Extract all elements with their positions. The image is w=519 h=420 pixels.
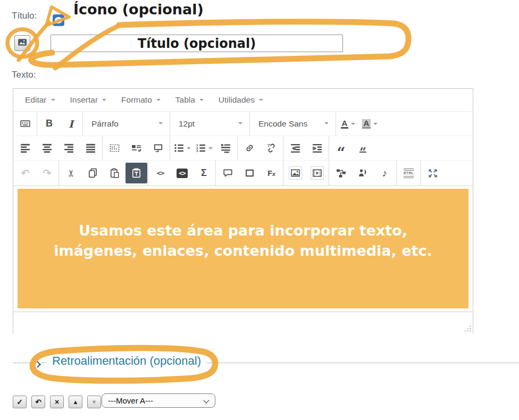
- audio-button[interactable]: ♪: [374, 163, 396, 183]
- icono-annotation: Ícono (opcional): [73, 1, 204, 18]
- bold-icon: B: [46, 118, 53, 129]
- toolbar-group: ↶↷: [13, 161, 59, 186]
- toolbar-group: Párrafo: [83, 112, 170, 136]
- math-button[interactable]: Σ: [193, 163, 215, 183]
- media-icon: [312, 168, 322, 178]
- redo-button[interactable]: ↷: [36, 163, 58, 183]
- paragraph-select[interactable]: Párrafo: [84, 112, 169, 136]
- feedback-section-link[interactable]: Retroalimentación (opcional): [47, 354, 206, 368]
- delete-button[interactable]: ×: [50, 396, 64, 408]
- comment-button[interactable]: [217, 163, 239, 183]
- visual-blocks-button[interactable]: [104, 138, 125, 158]
- blockquote-button[interactable]: “: [330, 138, 352, 158]
- toolbar-group: ““: [329, 136, 375, 160]
- collapse-toggle-icon[interactable]: [34, 358, 41, 370]
- fontfamily-select[interactable]: Encode Sans: [251, 112, 335, 136]
- inline-quote-button[interactable]: “: [352, 138, 374, 158]
- unlink-button[interactable]: [261, 138, 282, 158]
- indent-icon: [312, 143, 322, 153]
- align-right-button[interactable]: [58, 138, 80, 158]
- chevron-down-icon: [238, 122, 242, 124]
- toolbar-group: AA: [336, 112, 382, 136]
- align-left-button[interactable]: [14, 138, 36, 158]
- align-justify-button[interactable]: [80, 138, 102, 158]
- text-color-button[interactable]: A: [337, 113, 359, 134]
- align-center-button[interactable]: [36, 138, 58, 158]
- numlist-icon: 123: [196, 143, 206, 153]
- anchor-button[interactable]: [147, 138, 169, 158]
- bold-button[interactable]: B: [38, 113, 60, 134]
- formula-button[interactable]: Fx: [261, 163, 282, 183]
- code-button[interactable]: <>: [149, 163, 171, 183]
- indent-button[interactable]: [306, 138, 328, 158]
- outdent-button[interactable]: [284, 138, 306, 158]
- menu-editar[interactable]: Editar: [18, 89, 63, 111]
- chevron-down-icon: [373, 123, 378, 125]
- comment-icon: [223, 168, 233, 178]
- chevron-down-icon: [199, 99, 204, 101]
- toolbar-group: HTML: [397, 161, 421, 186]
- mover-select[interactable]: ---Mover A---: [102, 393, 215, 408]
- block-format-button[interactable]: [125, 138, 147, 158]
- link-button[interactable]: [239, 138, 261, 158]
- icon-picker-button[interactable]: [14, 35, 30, 51]
- media-button[interactable]: [306, 163, 328, 183]
- bullet-list-button[interactable]: [171, 138, 193, 158]
- toolbar-group: 123: [170, 136, 238, 160]
- move-up-button[interactable]: ▲: [69, 396, 82, 408]
- keyboard-icon: [20, 119, 30, 129]
- hanging-indent-button[interactable]: [215, 138, 237, 158]
- inlinequote-icon: “: [359, 148, 366, 149]
- chevron-down-icon: [259, 99, 263, 101]
- background-color-button[interactable]: A: [359, 113, 381, 134]
- forecolor-icon: A: [341, 119, 349, 129]
- select-value: 12pt: [171, 119, 195, 129]
- menu-label: Insertar: [70, 95, 98, 105]
- image-button[interactable]: [284, 163, 306, 183]
- toolbar-group: [283, 161, 329, 186]
- sigma-icon: Σ: [201, 167, 207, 179]
- note-icon: ♪: [382, 167, 388, 179]
- check-button[interactable]: ✓: [13, 396, 27, 408]
- paste-as-text-button[interactable]: [125, 163, 147, 183]
- chevron-down-icon: [208, 147, 213, 149]
- toolbar-row-2: 123““: [13, 136, 473, 161]
- numbered-list-button[interactable]: 123: [193, 138, 215, 158]
- toolbar-group: ♪: [329, 161, 397, 186]
- undo-icon: ↶: [21, 167, 30, 179]
- menu-tabla[interactable]: Tabla: [168, 89, 211, 111]
- toolbar-group: ✂: [59, 161, 148, 186]
- toggle-toolbars-button[interactable]: [14, 113, 36, 134]
- menu-utilidades[interactable]: Utilidades: [211, 89, 271, 111]
- toolbar-group: [238, 136, 283, 160]
- curved-arrow-button[interactable]: ↶: [31, 396, 45, 408]
- code-sample-button[interactable]: <>: [171, 163, 193, 183]
- help-icon[interactable]: ?: [53, 14, 64, 26]
- cut-button[interactable]: ✂: [60, 163, 82, 183]
- toolbar-group: [283, 136, 329, 160]
- copy-button[interactable]: [82, 163, 104, 183]
- fontsize-select[interactable]: 12pt: [171, 112, 249, 136]
- move-down-button[interactable]: ▼: [87, 396, 101, 408]
- aligncenter-icon: [42, 143, 52, 153]
- menu-formato[interactable]: Formato: [114, 89, 168, 111]
- diagram-button[interactable]: [330, 163, 352, 183]
- bullist-icon: [174, 143, 184, 153]
- mover-select-value: ---Mover A---: [108, 396, 153, 405]
- html-source-button[interactable]: HTML: [398, 163, 420, 183]
- box-button[interactable]: [239, 163, 261, 183]
- editor-content[interactable]: Usamos este área para incorporar texto, …: [13, 186, 473, 312]
- texto-label: Texto:: [12, 70, 36, 80]
- fullscreen-button[interactable]: [422, 163, 443, 183]
- accessibility-button[interactable]: [352, 163, 374, 183]
- titulo-input[interactable]: Título (opcional): [51, 35, 343, 52]
- backcolor-icon: A: [362, 119, 371, 129]
- toolbar-row-1: BIPárrafo12ptEncode SansAA: [13, 112, 473, 136]
- menu-insertar[interactable]: Insertar: [63, 89, 114, 111]
- undo-button[interactable]: ↶: [14, 163, 36, 183]
- menu-label: Utilidades: [219, 95, 255, 105]
- codesample-icon: <>: [177, 169, 187, 178]
- italic-button[interactable]: I: [60, 113, 82, 134]
- resize-grip-icon[interactable]: [465, 324, 471, 334]
- paste-button[interactable]: [104, 163, 125, 183]
